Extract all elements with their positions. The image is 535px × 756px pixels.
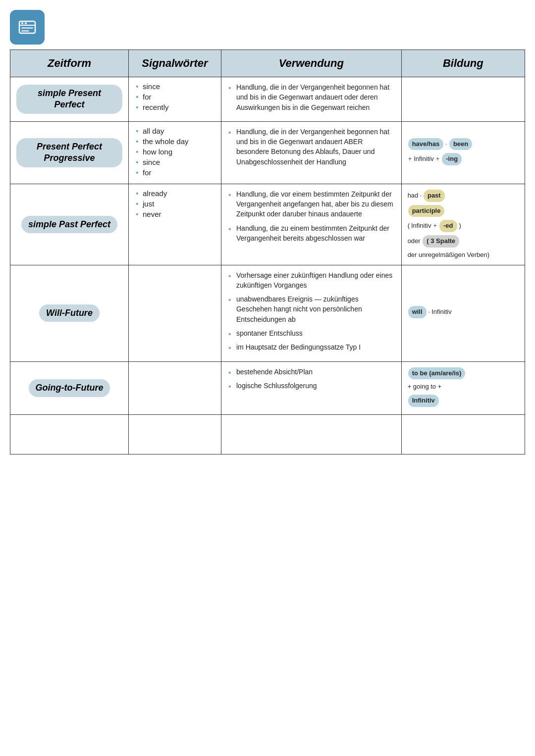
verwendung-list: Handlung, die vor einem bestimmten Zeitp… xyxy=(227,189,395,243)
list-item: never xyxy=(135,210,215,218)
list-item: the whole day xyxy=(135,137,215,146)
bildung-line: + going to + xyxy=(408,382,519,392)
list-item: for xyxy=(135,93,215,101)
verwendung-list: bestehende Absicht/Plan logische Schluss… xyxy=(227,367,395,391)
zeitform-cell: simple Past Perfect xyxy=(10,184,129,265)
empty-cell xyxy=(221,415,401,454)
header-signalwoerter: Signalwörter xyxy=(128,50,221,77)
list-item: logische Schlussfolgerung xyxy=(227,381,395,391)
bildung-cell: had · past participle ( Infinitiv + -ed … xyxy=(401,184,525,265)
empty-cell xyxy=(128,415,221,454)
signal-cell: all day the whole day how long since for xyxy=(128,121,221,184)
zeitform-label: Present Perfect Progressive xyxy=(16,138,122,167)
bildung-line: + Infinitiv + -ing xyxy=(408,152,519,166)
svg-rect-4 xyxy=(21,27,33,29)
svg-point-3 xyxy=(25,22,27,24)
zeitform-cell: Present Perfect Progressive xyxy=(10,121,129,184)
dot-sep: · xyxy=(420,191,422,201)
zeitform-cell: Going-to-Future xyxy=(10,361,129,414)
grammar-table: Zeitform Signalwörter Verwendung Bildung… xyxy=(10,50,525,454)
bildung-line: ( Infinitiv + -ed ) xyxy=(408,219,519,233)
bildung-line: participle xyxy=(408,204,519,218)
bildung-tag: -ing xyxy=(442,153,462,165)
list-item: im Hauptsatz der Bedingungssatze Typ I xyxy=(227,342,395,352)
bildung-text: Infinitiv xyxy=(414,154,433,164)
plus-sign: + xyxy=(408,154,412,164)
bildung-line: Infinitiv xyxy=(408,394,519,407)
signal-cell: since for recently xyxy=(128,77,221,122)
table-row: simple Present Perfect since for recentl… xyxy=(10,77,525,122)
bildung-text: Infinitiv xyxy=(431,307,451,317)
header-verwendung: Verwendung xyxy=(221,50,401,77)
zeitform-label: simple Present Perfect xyxy=(16,85,122,114)
bildung-line: have/has · been xyxy=(408,138,519,151)
dot-separator: · xyxy=(445,139,447,150)
zeitform-label: simple Past Perfect xyxy=(21,216,117,233)
list-item: since xyxy=(135,158,215,166)
paren-open: ( xyxy=(408,221,410,231)
bildung-text: had xyxy=(408,191,419,201)
signal-list: already just never xyxy=(135,189,215,218)
bildung-cell xyxy=(401,77,525,122)
bildung-tag: Infinitiv xyxy=(408,395,439,407)
verwendung-cell: bestehende Absicht/Plan logische Schluss… xyxy=(221,361,401,414)
table-row: simple Past Perfect already just never H… xyxy=(10,184,525,265)
verwendung-cell: Handlung, die in der Vergangenheit begon… xyxy=(221,77,401,122)
signal-list: all day the whole day how long since for xyxy=(135,127,215,177)
dot-sep: · xyxy=(428,307,430,317)
list-item: just xyxy=(135,200,215,208)
verwendung-cell: Handlung, die vor einem bestimmten Zeitp… xyxy=(221,184,401,265)
list-item: since xyxy=(135,82,215,91)
list-item: spontaner Entschluss xyxy=(227,328,395,338)
list-item: recently xyxy=(135,103,215,111)
bildung-cell: have/has · been + Infinitiv + -ing xyxy=(401,121,525,184)
bildung-text: + going to + xyxy=(408,382,442,392)
bildung-tag: -ed xyxy=(439,220,457,232)
list-item: bestehende Absicht/Plan xyxy=(227,367,395,377)
empty-cell xyxy=(401,415,525,454)
bildung-tag: ( 3 Spalte xyxy=(423,235,459,248)
table-row: Will-Future Vorhersage einer zukünftigen… xyxy=(10,265,525,361)
svg-point-2 xyxy=(21,22,23,24)
verwendung-cell: Handlung, die in der Vergangenheit begon… xyxy=(221,121,401,184)
bildung-tag: past xyxy=(424,190,445,202)
empty-cell xyxy=(10,415,129,454)
bildung-tag: to be (am/are/is) xyxy=(408,367,466,380)
svg-rect-5 xyxy=(21,30,29,32)
page: Zeitform Signalwörter Verwendung Bildung… xyxy=(0,0,535,756)
bildung-line: will · Infinitiv xyxy=(408,305,519,319)
list-item: Vorhersage einer zukünftigen Handlung od… xyxy=(227,270,395,291)
table-row: Going-to-Future bestehende Absicht/Plan … xyxy=(10,361,525,414)
bildung-cell: will · Infinitiv xyxy=(401,265,525,361)
plus-sign: + xyxy=(433,221,437,231)
bildung-tag: have/has xyxy=(408,138,444,151)
paren-close: ) xyxy=(459,221,461,231)
plus-sign: + xyxy=(436,154,440,164)
table-header-row: Zeitform Signalwörter Verwendung Bildung xyxy=(10,50,525,77)
list-item: for xyxy=(135,168,215,177)
list-item: unabwendbares Ereignis — zukünftiges Ges… xyxy=(227,294,395,324)
zeitform-label: Going-to-Future xyxy=(29,379,110,397)
app-logo xyxy=(10,10,45,45)
table-row xyxy=(10,415,525,454)
signal-cell xyxy=(128,361,221,414)
signal-list: since for recently xyxy=(135,82,215,111)
list-item: how long xyxy=(135,148,215,156)
list-item: Handlung, die in der Vergangenheit begon… xyxy=(227,127,395,167)
bildung-tag: participle xyxy=(408,205,445,217)
list-item: Handlung, die zu einem bestimmten Zeitpu… xyxy=(227,223,395,244)
bildung-line: to be (am/are/is) xyxy=(408,367,519,380)
list-item: Handlung, die in der Vergangenheit begon… xyxy=(227,82,395,112)
verwendung-list: Handlung, die in der Vergangenheit begon… xyxy=(227,127,395,167)
table-row: Present Perfect Progressive all day the … xyxy=(10,121,525,184)
bildung-cell: to be (am/are/is) + going to + Infinitiv xyxy=(401,361,525,414)
zeitform-cell: Will-Future xyxy=(10,265,129,361)
signal-cell xyxy=(128,265,221,361)
header-zeitform: Zeitform xyxy=(10,50,129,77)
bildung-line: had · past xyxy=(408,189,519,202)
verwendung-list: Vorhersage einer zukünftigen Handlung od… xyxy=(227,270,395,353)
header-bildung: Bildung xyxy=(401,50,525,77)
bildung-text: oder ( 3 Spalte xyxy=(408,235,519,248)
list-item: all day xyxy=(135,127,215,135)
signal-cell: already just never xyxy=(128,184,221,265)
